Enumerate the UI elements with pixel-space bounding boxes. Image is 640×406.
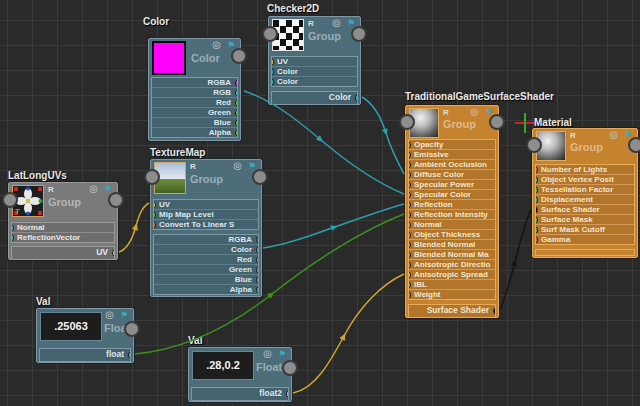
port-rgb[interactable] [235, 88, 237, 97]
port-rgba[interactable] [235, 78, 237, 87]
svg-text:T: T [15, 207, 20, 216]
flag-icon[interactable]: ⚑ [278, 348, 286, 360]
record-icon[interactable]: ◎ [233, 160, 242, 172]
output-label: UV [12, 247, 114, 258]
output-label: Red [152, 98, 237, 107]
port-red[interactable] [235, 98, 237, 107]
record-icon[interactable]: ◎ [212, 39, 221, 51]
output-label: Blue [154, 275, 258, 284]
input-row: Blended Normal Ma [409, 249, 495, 259]
collapse-handle[interactable] [144, 169, 160, 185]
color-swatch[interactable] [152, 41, 186, 75]
input-row: VGamma [536, 234, 634, 244]
collapse-handle[interactable] [526, 137, 542, 153]
collapse-handle[interactable] [489, 114, 505, 130]
wire-color-rgb-to-specular-color[interactable] [244, 91, 404, 194]
port-blue[interactable] [256, 275, 258, 284]
flag-icon[interactable]: ⚑ [120, 309, 128, 321]
collapse-handle[interactable] [252, 169, 268, 185]
port-rgba[interactable] [256, 235, 258, 244]
port-alpha[interactable] [256, 285, 258, 294]
input-row: Tessellation Factor [536, 184, 634, 194]
input-label: Normal [12, 223, 114, 232]
input-row: Blended Normal [409, 239, 495, 249]
port-green[interactable] [235, 108, 237, 117]
input-row: Reflection [409, 199, 495, 209]
port-color[interactable] [256, 245, 258, 254]
output-label: RGB [152, 88, 237, 97]
output-row: Blue [152, 117, 237, 127]
output-row: Red [154, 254, 258, 264]
collapse-handle[interactable] [262, 26, 278, 42]
node-val-float-header[interactable]: .25063 Float ◎ ⚑ [37, 309, 133, 345]
record-icon[interactable]: ◎ [332, 17, 341, 29]
node-val-float2[interactable]: .28,0.2 Float2 ◎ ⚑ float2 [188, 347, 292, 402]
port-blue[interactable] [235, 118, 237, 127]
output-row: float2 [192, 388, 288, 400]
port-green[interactable] [256, 265, 258, 274]
node-tgss-header[interactable]: R Group ◎ ⚑ [406, 106, 498, 139]
node-material[interactable]: R Group ◎ ⚑ VNumber of Lights Object Ver… [532, 128, 638, 258]
collapse-handle[interactable] [399, 114, 415, 130]
render-swatch-label: R [190, 162, 196, 171]
input-label: Weight [409, 290, 495, 299]
input-label: Opacity [409, 140, 495, 149]
record-icon[interactable]: ◎ [470, 106, 479, 118]
node-latlonguvs[interactable]: T R Group ◎ ⚑ Normal ReflectionVector UV [8, 182, 118, 260]
collapse-handle[interactable] [124, 321, 140, 337]
input-label: Convert To Linear S [154, 220, 258, 229]
output-row: Green [154, 264, 258, 274]
value-field[interactable]: .28,0.2 [192, 351, 254, 380]
input-row: Emissive [409, 149, 495, 159]
node-graph-canvas[interactable]: Color Color ◎ ⚑ RGBA RGB Red Green Blue … [0, 0, 640, 406]
record-icon[interactable]: ◎ [105, 309, 114, 321]
wire-latlonguv-to-texturemap-uv[interactable] [119, 203, 149, 252]
node-texturemap-header[interactable]: R Group ◎ ⚑ [151, 160, 261, 196]
collapse-handle[interactable] [108, 192, 124, 208]
node-color[interactable]: Color ◎ ⚑ RGBA RGB Red Green Blue Alpha [148, 38, 241, 141]
wire-texturemap-color-to-reflection[interactable] [263, 204, 404, 248]
wire-checker2d-color-to-diffuse-color[interactable] [362, 97, 404, 174]
node-material-header[interactable]: R Group ◎ ⚑ [533, 129, 637, 162]
collapse-handle[interactable] [231, 48, 247, 64]
value-field[interactable]: .25063 [40, 312, 102, 341]
input-label: Anisotropic Directio [409, 260, 495, 269]
node-material-footer [535, 249, 635, 256]
render-swatch-label: R [443, 108, 449, 117]
input-row: Weight [409, 289, 495, 299]
output-row: RGBA [152, 78, 237, 87]
origin-marker-y [524, 113, 526, 133]
input-row: UV [272, 57, 357, 66]
output-label: Alpha [154, 285, 258, 294]
input-row: Specular Power [409, 179, 495, 189]
node-type-label: Group [48, 196, 81, 208]
wire-surface-shader-to-material[interactable] [500, 209, 531, 310]
port-red[interactable] [256, 255, 258, 264]
input-label: Ambient Occlusion [409, 160, 495, 169]
output-label: float2 [192, 388, 288, 399]
input-row: Reflection Intensity [409, 209, 495, 219]
port-alpha[interactable] [235, 128, 237, 137]
collapse-handle[interactable] [282, 360, 298, 376]
node-val-float2-header[interactable]: .28,0.2 Float2 ◎ ⚑ [189, 348, 291, 384]
record-icon[interactable]: ◎ [609, 129, 618, 141]
collapse-handle[interactable] [628, 137, 640, 153]
collapse-handle[interactable] [351, 26, 367, 42]
node-color-header[interactable]: Color ◎ ⚑ [149, 39, 240, 75]
node-traditionalgamesurfaceshader[interactable]: R Group ◎ ⚑ Opacity Emissive Ambient Occ… [405, 105, 499, 318]
input-row: Object Vertex Posit [536, 174, 634, 184]
node-checker2d[interactable]: R Group ◎ ⚑ UV Color Color Color [268, 16, 361, 105]
record-icon[interactable]: ◎ [263, 348, 272, 360]
node-checker2d-header[interactable]: R Group ◎ ⚑ [269, 17, 360, 53]
wire-val-float2-to-anisotropic-spread[interactable] [293, 274, 404, 393]
node-texturemap[interactable]: R Group ◎ ⚑ UV Mip Map Level VConvert To… [150, 159, 262, 297]
output-row: RGB [152, 87, 237, 97]
record-icon[interactable]: ◎ [89, 183, 98, 195]
node-latlonguvs-header[interactable]: T R Group ◎ ⚑ [9, 183, 117, 219]
collapse-handle[interactable] [2, 192, 18, 208]
output-label: Red [154, 255, 258, 264]
output-row: RGBA [154, 235, 258, 244]
output-label: Color [272, 92, 357, 103]
node-val-float[interactable]: .25063 Float ◎ ⚑ float [36, 308, 134, 363]
input-row: Diffuse Color [409, 169, 495, 179]
